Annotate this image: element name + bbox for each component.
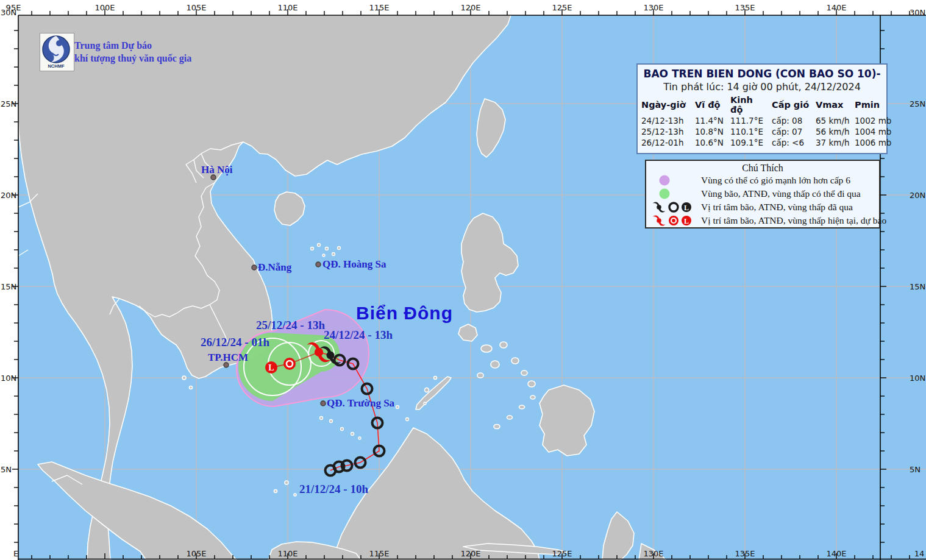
- axis-label-bottom: 130E: [643, 549, 663, 558]
- land-sulu: [494, 425, 500, 429]
- forecast-cell: 109.1°E: [727, 137, 768, 148]
- axis-label-right: 15N: [910, 282, 925, 291]
- weather-map-screen: L NCHMF Trung tâm Dự báo khí tượng thuỷ …: [0, 0, 926, 560]
- axis-label-bottom: 125E: [552, 549, 572, 558]
- place-label: Đ.Nẵng: [258, 261, 291, 274]
- forecast-col-header: Vmax: [812, 94, 851, 115]
- place-label: TP.HCM: [208, 352, 248, 364]
- axis-label-top: 100E: [94, 3, 115, 12]
- axis-label-bottom: 110E: [277, 549, 297, 558]
- land-sulu: [530, 395, 535, 399]
- axis-label-right: 5N: [910, 465, 921, 474]
- axis-label-top: 125E: [552, 3, 572, 12]
- forecast-cell: 1006 mb: [851, 137, 889, 148]
- purple-area-icon: [651, 174, 701, 187]
- forecast-position-marker-O[interactable]: [283, 358, 296, 370]
- legend-item-label: Vùng bão, ATNĐ, vùng thấp có thể đi qua: [701, 188, 861, 199]
- storm-bulletin-box: BAO TREN BIEN DONG (CON BAO SO 10)- Tin …: [636, 63, 888, 154]
- land-visayas: [481, 345, 492, 352]
- land-visayas: [491, 361, 499, 368]
- axis-label-right: 10N: [910, 374, 925, 383]
- land-sulu: [507, 416, 513, 419]
- axis-label-left: 20N: [1, 191, 16, 200]
- place-label: QĐ. Trường Sa: [327, 397, 394, 409]
- forecast-cell: 24/12-13h: [638, 115, 691, 126]
- axis-label-top: 115E: [369, 3, 389, 12]
- forecast-cell: 25/12-13h: [638, 126, 691, 137]
- forecast-cell: 1004 mb: [851, 126, 889, 137]
- forecast-position-marker-L[interactable]: L: [265, 361, 277, 374]
- forecast-table-header: Ngày-giờVĩ độKinh độCấp gióVmaxPmin: [638, 94, 889, 115]
- axis-label-bottom: 105E: [186, 549, 206, 558]
- forecast-col-header: Ngày-giờ: [638, 94, 691, 115]
- forecast-row: 25/12-13h10.8°N110.1°Ecấp: 0756 km/h1004…: [638, 126, 889, 137]
- axis-label-top: 120E: [460, 3, 480, 12]
- bulletin-issued-time: Tin phát lúc: 14 giờ 00 phút, 24/12/2024: [638, 81, 886, 93]
- axis-label-bottom: E: [13, 549, 18, 558]
- forecast-cell: 26/12-01h: [638, 137, 691, 148]
- forecast-cell: cấp: <6: [768, 137, 812, 148]
- legend-item: Vùng bão, ATNĐ, vùng thấp có thể đi qua: [646, 187, 879, 200]
- nchmf-logo: NCHMF: [40, 33, 74, 71]
- track-date-label: 21/12/24 - 10h: [299, 483, 368, 496]
- legend-item: Vùng có thể có gió mạnh lớn hơn cấp 6: [646, 174, 879, 187]
- axis-label-left: 25N: [1, 99, 16, 108]
- track-date-label: 24/12/24 - 13h: [324, 328, 393, 342]
- forecast-cell: 56 km/h: [812, 126, 851, 137]
- forecast-cell: 37 km/h: [812, 137, 851, 148]
- svg-text:L: L: [684, 204, 689, 212]
- axis-label-top: 110E: [277, 3, 297, 12]
- land-visayas: [528, 381, 535, 387]
- green-area-icon: [651, 187, 701, 200]
- axis-label-left: 15N: [1, 282, 16, 291]
- axis-label-left: 5N: [1, 465, 12, 474]
- forecast-col-header: Vĩ độ: [691, 94, 727, 115]
- land-islet: [434, 377, 437, 380]
- forecast-cell: 111.7°E: [727, 115, 768, 126]
- axis-label-top: 140E: [826, 3, 846, 12]
- axis-label-right: 25N: [910, 99, 925, 108]
- land-islet: [285, 481, 288, 484]
- svg-text:L: L: [684, 217, 689, 225]
- axis-label-bottom: 135E: [735, 549, 755, 558]
- place-label: QĐ. Hoàng Sa: [322, 258, 386, 271]
- land-islet: [182, 376, 186, 380]
- sea-name-label: Biển Đông: [356, 303, 453, 324]
- forecast-cell: 10.8°N: [691, 126, 727, 137]
- land-islet: [294, 494, 296, 496]
- axis-label-top: 135E: [735, 3, 755, 12]
- place-label: Hà Nội: [201, 164, 232, 176]
- forecast-cell: cấp: 07: [768, 126, 812, 137]
- axis-label-top: 105E: [186, 3, 206, 12]
- forecast-row: 24/12-13h11.4°N111.7°Ecấp: 0865 km/h1002…: [638, 115, 889, 126]
- land-mindanao: [540, 385, 594, 456]
- forecast-cell: 110.1°E: [727, 126, 768, 137]
- land-visayas: [500, 342, 507, 348]
- city-dot: [321, 401, 326, 406]
- legend-item: LVị trí tâm bão, ATNĐ, vùng thấp hiện tạ…: [646, 214, 879, 227]
- forecast-col-header: Cấp gió: [768, 94, 812, 115]
- past-markers-icon: L: [651, 200, 701, 214]
- land-visayas: [477, 373, 483, 378]
- land-visayas: [511, 358, 519, 364]
- track-date-label: 26/12/24 - 01h: [201, 336, 269, 349]
- forecast-cell: 1002 mb: [851, 115, 889, 126]
- axis-label-bottom: 120E: [460, 549, 480, 558]
- land-visayas: [521, 370, 527, 375]
- legend-title: Chú Thích: [646, 163, 879, 174]
- axis-label-bottom: 14: [914, 549, 925, 558]
- axis-label-top: 130E: [643, 3, 663, 12]
- legend-box: Chú Thích Vùng có thể có gió mạnh lớn hơ…: [645, 160, 880, 229]
- forecast-col-header: Pmin: [851, 94, 889, 115]
- city-dot: [252, 265, 257, 270]
- axis-label-left: 30N: [1, 8, 16, 17]
- land-islet: [190, 386, 193, 389]
- forecast-col-header: Kinh độ: [727, 94, 768, 115]
- axis-label-bottom: 140E: [826, 549, 846, 558]
- legend-item-label: Vị trí tâm bão, ATNĐ, vùng thấp đã qua: [701, 202, 853, 213]
- svg-text:L: L: [268, 363, 274, 372]
- land-islet: [274, 490, 277, 493]
- forecast-cell: cấp: 08: [768, 115, 812, 126]
- bulletin-title: BAO TREN BIEN DONG (CON BAO SO 10)-: [638, 68, 886, 80]
- forecast-cell: 11.4°N: [691, 115, 727, 126]
